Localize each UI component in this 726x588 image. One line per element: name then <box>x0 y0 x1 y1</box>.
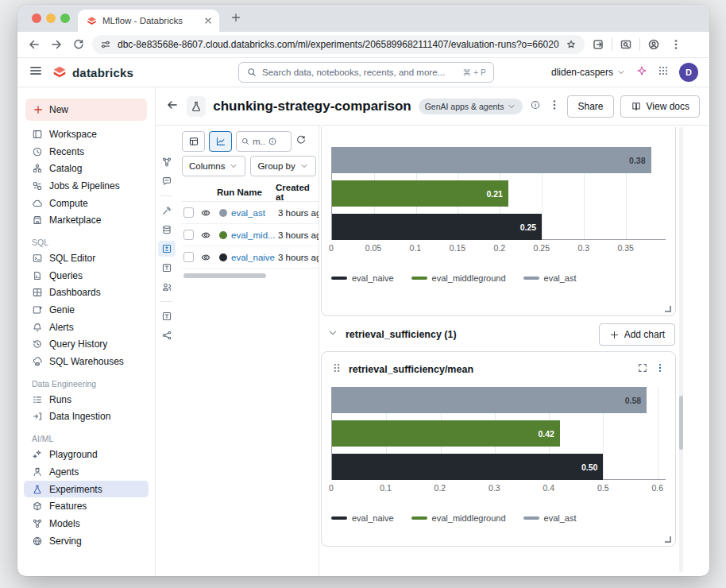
new-tab-button[interactable] <box>230 12 241 26</box>
app-grid-icon[interactable] <box>658 65 669 79</box>
legend-item-eval_naive[interactable]: eval_naive <box>331 273 394 283</box>
run-name-link[interactable]: eval_mid... <box>231 230 276 240</box>
legend-item-eval_middleground[interactable]: eval_middleground <box>411 513 506 523</box>
group-by-button[interactable]: Group by <box>250 156 315 176</box>
visibility-toggle[interactable] <box>200 207 219 219</box>
horizontal-scrollbar-thumb[interactable] <box>183 273 266 278</box>
vertical-scrollbar-thumb[interactable] <box>679 396 683 450</box>
legend-item-eval_ast[interactable]: eval_ast <box>523 513 577 523</box>
sidebar-item-workspace[interactable]: Workspace <box>24 126 149 143</box>
sidebar-item-label: Marketplace <box>49 215 101 226</box>
rail-gavel-icon[interactable] <box>158 203 176 219</box>
global-search-input[interactable]: Search data, notebooks, recents, and mor… <box>238 62 494 83</box>
sidebar-item-serving[interactable]: Serving <box>24 532 149 550</box>
column-header-run-name[interactable]: Run Name <box>217 188 276 197</box>
table-view-button[interactable] <box>182 131 205 152</box>
experiment-type-badge[interactable]: GenAI apps & agents <box>419 99 523 114</box>
sidebar-item-jobs-pipelines[interactable]: Jobs & Pipelines <box>24 177 149 195</box>
rail-trace-lineage-icon[interactable] <box>158 154 176 170</box>
avatar[interactable]: D <box>679 63 698 82</box>
rail-users-icon[interactable] <box>158 279 176 295</box>
address-bar[interactable]: dbc-8e83568e-8607.cloud.databricks.com/m… <box>92 35 585 54</box>
visibility-toggle[interactable] <box>200 252 219 263</box>
sidebar-item-runs[interactable]: Runs <box>24 391 149 408</box>
reload-button[interactable] <box>70 36 87 53</box>
info-icon[interactable] <box>530 99 541 114</box>
visibility-toggle[interactable] <box>200 230 219 241</box>
hamburger-menu-icon[interactable] <box>29 64 43 81</box>
browser-tab[interactable]: MLflow - Databricks <box>78 10 219 32</box>
run-name-link[interactable]: eval_ast <box>231 208 265 218</box>
sidebar-item-alerts[interactable]: Alerts <box>24 319 149 336</box>
share-button[interactable]: Share <box>567 95 613 118</box>
rail-comments-icon[interactable] <box>158 173 176 189</box>
vertical-scrollbar[interactable] <box>679 127 683 572</box>
back-arrow-icon[interactable] <box>165 98 180 115</box>
assistant-sparkle-icon[interactable] <box>636 65 647 79</box>
legend-item-eval_middleground[interactable]: eval_middleground <box>411 273 506 283</box>
sidebar-item-new[interactable]: New <box>25 99 147 121</box>
add-chart-button[interactable]: Add chart <box>599 323 675 346</box>
rail-node-graph-icon[interactable] <box>158 327 176 343</box>
info-icon <box>268 137 277 146</box>
browser-menu-icon[interactable] <box>667 36 685 53</box>
rail-evaluation-runs-icon[interactable] <box>158 241 176 257</box>
rail-database-icon[interactable] <box>158 222 176 238</box>
row-checkbox[interactable] <box>183 252 194 262</box>
sidebar-item-features[interactable]: Features <box>24 497 149 515</box>
bar-row-eval_middleground: 0.42 <box>332 420 666 447</box>
legend-item-eval_naive[interactable]: eval_naive <box>331 513 394 523</box>
sidebar-item-dashboards[interactable]: Dashboards <box>24 284 149 302</box>
bookmark-star-icon[interactable] <box>566 39 577 50</box>
expand-icon[interactable] <box>637 362 648 377</box>
forward-button[interactable] <box>48 36 65 53</box>
refresh-icon[interactable] <box>295 134 307 149</box>
tab-search-icon[interactable] <box>617 36 635 53</box>
tab-close-icon[interactable] <box>203 16 213 25</box>
sidebar-item-experiments[interactable]: Experiments <box>24 481 149 498</box>
experiments-icon <box>32 484 43 495</box>
columns-button[interactable]: Columns <box>182 156 245 176</box>
view-docs-button[interactable]: View docs <box>620 95 700 118</box>
legend-item-eval_ast[interactable]: eval_ast <box>523 273 577 283</box>
runs-panel: m.. Columns Group by <box>177 126 319 576</box>
sidebar-item-marketplace[interactable]: Marketplace <box>24 211 149 229</box>
resize-handle[interactable] <box>665 536 671 543</box>
sidebar-item-catalog[interactable]: Catalog <box>24 160 149 177</box>
row-checkbox[interactable] <box>183 207 194 218</box>
kebab-menu-icon[interactable] <box>655 362 666 377</box>
bar-chart-plot: 0.580.420.50 <box>331 387 666 480</box>
chevron-down-icon[interactable] <box>327 327 338 342</box>
sidebar-item-query-history[interactable]: Query History <box>24 336 149 354</box>
sidebar-item-playground[interactable]: Playground <box>24 446 149 463</box>
extensions-icon[interactable] <box>589 36 607 53</box>
back-button[interactable] <box>25 36 43 53</box>
sidebar-item-queries[interactable]: Queries <box>24 267 149 284</box>
resize-handle[interactable] <box>665 306 671 312</box>
chart-view-button[interactable] <box>209 131 232 152</box>
sidebar-item-genie[interactable]: Genie <box>24 301 149 319</box>
playground-icon <box>32 449 43 460</box>
maximize-window-button[interactable] <box>60 14 70 23</box>
sidebar-item-data-ingestion[interactable]: Data Ingestion <box>24 408 149 426</box>
profile-icon[interactable] <box>645 36 662 53</box>
sidebar-item-agents[interactable]: Agents <box>24 463 149 481</box>
sidebar-item-sql-warehouses[interactable]: SQL Warehouses <box>24 353 149 370</box>
databricks-logo[interactable]: databricks <box>52 65 133 79</box>
column-header-created-at[interactable]: Created at <box>276 183 319 202</box>
kebab-menu-icon[interactable] <box>548 99 561 114</box>
sidebar-item-compute[interactable]: Compute <box>24 195 149 212</box>
close-window-button[interactable] <box>32 14 41 23</box>
drag-handle-icon[interactable] <box>331 362 342 377</box>
search-runs-input[interactable]: m.. <box>236 131 292 152</box>
site-info-icon[interactable] <box>100 39 111 50</box>
rail-text-box-icon[interactable] <box>158 308 176 324</box>
minimize-window-button[interactable] <box>46 14 56 23</box>
sidebar-item-models[interactable]: Models <box>24 515 149 532</box>
sidebar-item-sql-editor[interactable]: SQL Editor <box>24 250 149 267</box>
row-checkbox[interactable] <box>183 230 194 240</box>
workspace-switcher[interactable]: dliden-caspers <box>551 67 626 78</box>
sidebar-item-recents[interactable]: Recents <box>24 143 149 161</box>
rail-text-box-icon[interactable] <box>158 260 176 276</box>
run-name-link[interactable]: eval_naive <box>231 253 275 262</box>
